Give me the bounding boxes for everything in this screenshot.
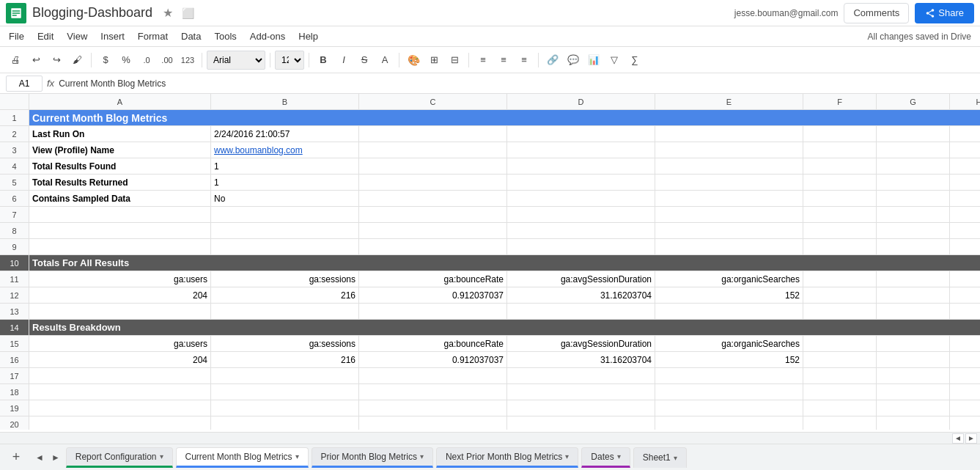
cell-e1[interactable] [655,110,803,125]
row-num[interactable]: 14 [0,320,29,335]
cell-d7[interactable] [507,207,655,222]
row-num[interactable]: 10 [0,255,29,271]
row-num[interactable]: 16 [0,352,29,367]
cell-f3[interactable] [803,142,877,158]
cell-f1[interactable] [803,110,877,125]
cell-d11[interactable]: ga:avgSessionDuration [507,271,655,287]
strikethrough-button[interactable]: S [355,51,374,70]
cell-a5[interactable]: Total Results Returned [29,175,211,190]
cell-d12[interactable]: 31.16203704 [507,287,655,303]
cell-c3[interactable] [359,142,507,158]
cell-a11[interactable]: ga:users [29,271,211,287]
font-select[interactable]: Arial [207,51,265,70]
cell-d14[interactable] [507,320,655,335]
cell-g6[interactable] [877,191,950,206]
cell-a10[interactable]: Totals For All Results [29,255,211,271]
cell-b11[interactable]: ga:sessions [211,271,359,287]
cell-d10[interactable] [507,255,655,271]
cell-g9[interactable] [877,239,950,254]
tab-prior-month[interactable]: Prior Month Blog Metrics ▾ [312,447,433,468]
cell-e14[interactable] [655,320,803,335]
cell-c7[interactable] [359,207,507,222]
cell-c4[interactable] [359,158,507,174]
cell-c11[interactable]: ga:bounceRate [359,271,507,287]
tab-nav-right[interactable]: ► [48,452,63,463]
row-num[interactable]: 12 [0,287,29,303]
cell-d6[interactable] [507,191,655,206]
cell-b8[interactable] [211,223,359,238]
cell-f4[interactable] [803,158,877,174]
row-num[interactable]: 9 [0,239,29,254]
cell-c14[interactable] [359,320,507,335]
cell-c1[interactable] [359,110,507,125]
cell-d4[interactable] [507,158,655,174]
tab-dropdown-icon[interactable]: ▾ [565,452,569,460]
row-num[interactable]: 3 [0,142,29,158]
cell-h10[interactable] [950,255,980,271]
cell-f5[interactable] [803,175,877,190]
cell-h1[interactable] [950,110,980,125]
cell-e16[interactable]: 152 [655,352,803,367]
font-size-select[interactable]: 12 [275,51,304,70]
cell-a4[interactable]: Total Results Found [29,158,211,174]
cell-g2[interactable] [877,126,950,142]
formula-button[interactable]: ∑ [625,51,644,70]
cell-d16[interactable]: 31.16203704 [507,352,655,367]
cell-f11[interactable] [803,271,877,287]
col-header-c[interactable]: C [359,94,507,109]
row-num[interactable]: 6 [0,191,29,206]
cell-c9[interactable] [359,239,507,254]
tab-nav-left[interactable]: ◄ [32,452,47,463]
cell-b14[interactable] [211,320,359,335]
cell-h7[interactable] [950,207,980,222]
cell-h14[interactable] [950,320,980,335]
col-header-h[interactable]: H [950,94,980,109]
cell-b3[interactable]: www.boumanblog.com [211,142,359,158]
cell-c6[interactable] [359,191,507,206]
cell-b9[interactable] [211,239,359,254]
cell-f8[interactable] [803,223,877,238]
col-header-d[interactable]: D [507,94,655,109]
menu-data[interactable]: Data [175,29,207,43]
align-right-button[interactable]: ≡ [515,51,534,70]
undo-button[interactable]: ↩ [26,51,45,70]
cell-e12[interactable]: 152 [655,287,803,303]
cell-f12[interactable] [803,287,877,303]
cell-c10[interactable] [359,255,507,271]
tab-dropdown-icon[interactable]: ▾ [295,452,299,460]
folder-icon[interactable]: ⬜ [182,7,194,19]
cell-h8[interactable] [950,223,980,238]
cell-e10[interactable] [655,255,803,271]
cell-c8[interactable] [359,223,507,238]
row-num[interactable]: 1 [0,110,29,125]
cell-a14[interactable]: Results Breakdown [29,320,211,335]
cell-d15[interactable]: ga:avgSessionDuration [507,336,655,351]
cell-c13[interactable] [359,304,507,319]
cell-a9[interactable] [29,239,211,254]
cell-g11[interactable] [877,271,950,287]
cell-h2[interactable] [950,126,980,142]
cell-b2[interactable]: 2/24/2016 21:00:57 [211,126,359,142]
row-num[interactable]: 7 [0,207,29,222]
currency-button[interactable]: $ [96,51,115,70]
menu-view[interactable]: View [61,29,93,43]
col-header-b[interactable]: B [211,94,359,109]
cell-reference[interactable] [6,76,43,92]
col-header-a[interactable]: A [29,94,211,109]
cell-e8[interactable] [655,223,803,238]
row-num[interactable]: 8 [0,223,29,238]
cell-e11[interactable]: ga:organicSearches [655,271,803,287]
row-num[interactable]: 17 [0,368,29,383]
cell-b10[interactable] [211,255,359,271]
scroll-right-button[interactable]: ► [965,433,977,444]
percent-button[interactable]: % [117,51,136,70]
cell-a7[interactable] [29,207,211,222]
cell-d3[interactable] [507,142,655,158]
filter-button[interactable]: ▽ [605,51,624,70]
cell-b13[interactable] [211,304,359,319]
comments-button[interactable]: Comments [844,3,909,23]
add-sheet-button[interactable]: + [6,447,26,468]
cell-f2[interactable] [803,126,877,142]
menu-file[interactable]: File [3,29,30,43]
cell-g12[interactable] [877,287,950,303]
